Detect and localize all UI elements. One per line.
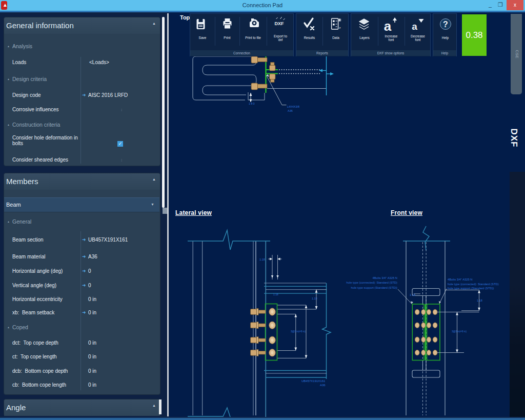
svg-text:a: a bbox=[412, 21, 417, 32]
svg-text:hole type support (Standard (S: hole type support (Standard (STD)) bbox=[351, 286, 397, 289]
svg-text:A36: A36 bbox=[288, 109, 293, 112]
svg-text:z: z bbox=[339, 26, 341, 29]
svg-text:1.18: 1.18 bbox=[259, 258, 265, 261]
svg-text:3@3 in(=9 in): 3@3 in(=9 in) bbox=[291, 330, 306, 333]
svg-text:4Bolts 3/4" A325 N: 4Bolts 3/4" A325 N bbox=[448, 278, 472, 281]
svg-text:DXF: DXF bbox=[275, 21, 285, 26]
svg-text:A36: A36 bbox=[320, 384, 326, 387]
svg-text:180: 180 bbox=[249, 102, 255, 105]
svg-text:UB457X191X161: UB457X191X161 bbox=[301, 379, 326, 383]
svg-text:?: ? bbox=[443, 20, 448, 29]
svg-text:1.18: 1.18 bbox=[312, 297, 317, 300]
svg-text:a: a bbox=[384, 18, 392, 34]
svg-text:3@3 in(=9 in): 3@3 in(=9 in) bbox=[452, 330, 467, 333]
svg-text:1.18: 1.18 bbox=[477, 299, 482, 302]
svg-text:hole type support (Standard (S: hole type support (Standard (STD)) bbox=[448, 287, 494, 290]
svg-text:4Bolts 3/4" A325 N: 4Bolts 3/4" A325 N bbox=[373, 276, 397, 279]
svg-text:L4X4X3/8: L4X4X3/8 bbox=[287, 105, 299, 108]
svg-text:1.18: 1.18 bbox=[273, 293, 278, 296]
svg-text:hole type (connected): Standar: hole type (connected): Standard (STD) bbox=[448, 283, 499, 286]
svg-text:hole type (connected): Standar: hole type (connected): Standard (STD) bbox=[346, 281, 397, 284]
